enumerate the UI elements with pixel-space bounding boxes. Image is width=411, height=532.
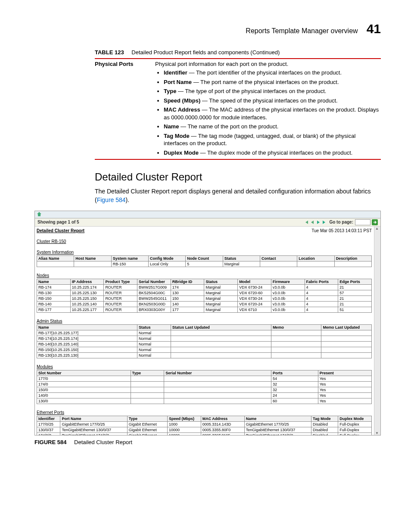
table-cell: 32 — [271, 381, 318, 387]
table-cell: 21 — [338, 284, 372, 290]
table-cell: RB-177[10.25.225.177] — [37, 330, 137, 336]
table-cell: VDX 6730-24 — [238, 284, 271, 290]
table-cell — [321, 336, 372, 341]
table-cell: 4 — [305, 307, 338, 312]
table-cell: Marginal — [204, 301, 238, 307]
table-cell: Full-Duplex — [338, 432, 372, 435]
prev-page-icon[interactable] — [310, 220, 314, 224]
divider — [95, 159, 381, 160]
table-header: Name — [244, 416, 311, 421]
table-header: Host Name — [74, 255, 111, 261]
section-body-a: The Detailed Cluster Report report displ… — [95, 188, 371, 203]
table-cell: 177 — [171, 307, 204, 312]
table-row: 177/054Yes — [37, 376, 372, 381]
field-item: Speed (Mbps) — The speed of the physical… — [164, 97, 381, 105]
table-cell: 130 — [171, 290, 204, 296]
figure-584-link[interactable]: Figure 584 — [97, 196, 126, 203]
table-header: Status — [204, 279, 238, 284]
table-cell — [171, 336, 271, 341]
table-cell: Yes — [318, 398, 371, 404]
table-cell: RB-150 — [37, 296, 71, 301]
divider — [95, 58, 381, 59]
table-cell: Gigabit Ethernet — [127, 427, 167, 432]
table-cell: BKS2504G00C — [137, 290, 171, 296]
next-page-icon[interactable] — [316, 220, 321, 224]
report-title: Detailed Cluster Report — [37, 228, 84, 233]
table-cell: Marginal — [204, 284, 238, 290]
table-header: RBridge ID — [171, 279, 204, 284]
table-cell: 0005.3355.80F0 — [201, 427, 244, 432]
table-cell: 177/0 — [37, 376, 131, 381]
table-cell: ROUTER — [104, 284, 137, 290]
scroll-down-icon[interactable]: ▼ — [375, 431, 379, 435]
table-cell — [37, 261, 74, 267]
page-header: Reports Template Manager overview 41 — [34, 22, 381, 36]
table-cell: v3.0.0b — [271, 301, 305, 307]
table-cell: RB-140 — [37, 301, 71, 307]
page-number-input[interactable] — [355, 219, 371, 225]
table-cell: Yes — [318, 387, 371, 392]
table-header: Name — [37, 279, 71, 284]
table-cell: 0005.3314.143D — [201, 421, 244, 427]
table-header: Status Last Updated — [171, 324, 271, 330]
table-header: Location — [297, 255, 334, 261]
table-cell: 21 — [338, 296, 372, 301]
nodes-table: NameIP AddressProduct TypeSerial NumberR… — [37, 279, 372, 313]
nodes-label: Nodes — [37, 273, 372, 278]
table-cell — [334, 261, 371, 267]
table-cell — [321, 341, 372, 347]
table-cell: TenGigabitEthernet 130/0/37 — [244, 427, 311, 432]
table-cell: RB-150[10.25.225.150] — [37, 347, 137, 352]
table-header: Node Count — [186, 255, 223, 261]
table-cell: Local Only — [148, 261, 185, 267]
table-header: Serial Number — [164, 370, 271, 376]
table-cell: 10000 — [168, 432, 201, 435]
table-cell — [171, 347, 271, 352]
figure-caption: FIGURE 584 Detailed Cluster Report — [34, 439, 381, 445]
table-header: Port Name — [60, 416, 127, 421]
table-cell: 10.25.225.150 — [70, 296, 104, 301]
table-cell — [271, 330, 321, 336]
table-cell: 150 — [171, 296, 204, 301]
table-header: Tag Mode — [311, 416, 338, 421]
go-icon[interactable] — [372, 219, 378, 225]
table-cell: Normal — [137, 336, 171, 341]
table-row: RB-174[10.25.225.174]Normal — [37, 336, 372, 341]
cluster-label: Cluster RB-150 — [37, 239, 372, 244]
field-item: Identifier — The port identifier of the … — [164, 69, 381, 77]
table-cell — [171, 330, 271, 336]
table-row: RB-177[10.25.225.177]Normal — [37, 330, 372, 336]
table-cell: v3.0.0b — [271, 284, 305, 290]
table-row: 140/024Yes — [37, 392, 372, 398]
table-cell: ROUTER — [104, 307, 137, 312]
last-page-icon[interactable] — [322, 220, 327, 224]
table-cell: 140/0 — [37, 392, 131, 398]
table-cell: 177/0/25 — [37, 421, 60, 427]
section-title: Detailed Cluster Report — [95, 171, 381, 183]
report-header: Detailed Cluster Report Tue Mar 05 2013 … — [37, 228, 372, 233]
table-header: Ports — [271, 370, 318, 376]
table-cell — [131, 381, 164, 387]
table-cell: 10.25.225.130 — [70, 290, 104, 296]
table-cell: 1000 — [168, 421, 201, 427]
table-cell — [321, 347, 372, 352]
page-number: 41 — [367, 22, 381, 36]
table-cell: ROUTER — [104, 296, 137, 301]
modules-label: Modules — [37, 364, 372, 369]
table-header: Contact — [260, 255, 297, 261]
table-cell — [164, 392, 271, 398]
physical-ports-intro: Physical port information for each port … — [155, 61, 288, 67]
home-icon[interactable] — [37, 212, 42, 217]
table-cell — [171, 341, 271, 347]
table-cell: RB-130[10.25.225.130] — [37, 352, 137, 358]
physical-ports-term: Physical Ports — [95, 61, 155, 158]
table-header: Alias Name — [37, 255, 74, 261]
table-cell: BRX0303G00Y — [137, 307, 171, 312]
paging-bar: Showing page 1 of 5 Go to page: — [35, 218, 380, 227]
scroll-up-icon[interactable]: ▲ — [375, 227, 379, 230]
table-cell: Yes — [318, 376, 371, 381]
table-header: Memo Last Updated — [321, 324, 372, 330]
table-row: 130/0/37TenGigabitEthernet 130/0/37Gigab… — [37, 427, 372, 432]
scrollbar[interactable]: ▲ ▼ — [374, 227, 380, 435]
first-page-icon[interactable] — [304, 220, 308, 224]
